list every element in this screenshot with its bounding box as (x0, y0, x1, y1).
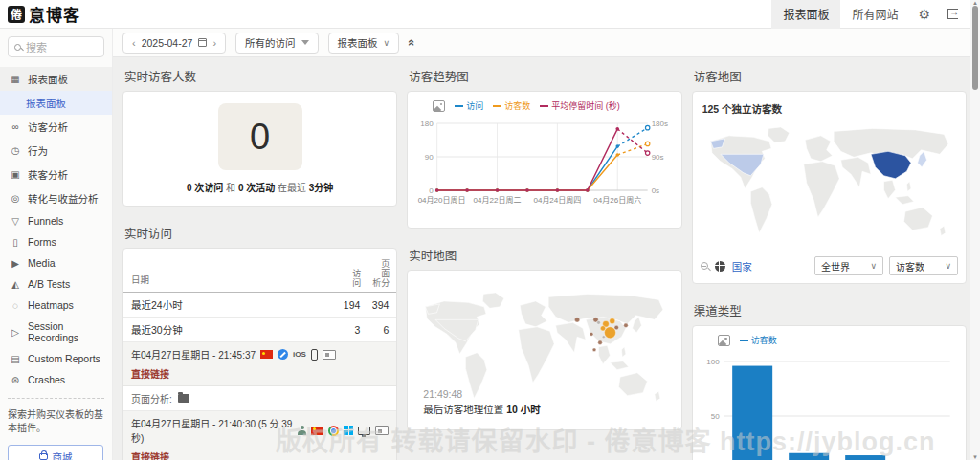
data-point[interactable] (496, 188, 500, 192)
country-newzealand[interactable] (940, 226, 946, 235)
bar[interactable] (732, 366, 772, 460)
country-greenland[interactable] (768, 127, 789, 142)
sidebar-item-goals[interactable]: ◎转化与收益分析 (0, 186, 112, 210)
sidebar-item-heatmaps[interactable]: ◌Heatmaps (0, 295, 112, 316)
visit-referrer[interactable]: 直接链接 (131, 449, 389, 460)
country-seasia[interactable] (883, 180, 895, 198)
date-next-icon[interactable]: › (212, 37, 216, 49)
data-point[interactable] (616, 127, 620, 131)
country-africa[interactable] (803, 162, 838, 217)
logout-button[interactable] (939, 0, 967, 29)
globe-icon[interactable] (715, 261, 725, 272)
summary-row[interactable]: 最近24小时194394 (123, 293, 396, 318)
data-point-forecast[interactable] (646, 125, 650, 129)
channel-chart-svg[interactable]: 050100直接链接网站 (699, 348, 960, 460)
folder-icon[interactable] (178, 394, 189, 403)
visitor-map-svg[interactable] (701, 118, 958, 250)
country-australia[interactable] (619, 373, 648, 396)
visit-referrer[interactable]: 直接链接 (131, 366, 389, 381)
region-select[interactable]: 全世界 ∨ (814, 256, 883, 275)
visitor-location-dot[interactable] (624, 323, 628, 327)
dashboard-selector[interactable]: 报表面板 ∨ (328, 33, 400, 54)
sidebar-item-dashboard-board[interactable]: 报表面板 (0, 91, 112, 115)
bar[interactable] (789, 453, 829, 460)
col-date[interactable]: 日期 (131, 273, 331, 288)
country-china[interactable] (871, 151, 911, 178)
top-nav-dashboard[interactable]: 报表面板 (771, 0, 840, 29)
bar[interactable] (845, 455, 885, 460)
country-greenland[interactable] (483, 293, 504, 308)
data-point[interactable] (525, 188, 529, 192)
summary-row[interactable]: 最近30分钟36 (123, 318, 396, 342)
shop-button[interactable]: 商城 (8, 445, 103, 460)
country-newzealand[interactable] (655, 391, 660, 401)
country-africa[interactable] (519, 327, 554, 383)
app-logo[interactable]: 倦 意博客 (0, 2, 80, 26)
country-seasia[interactable] (599, 345, 611, 363)
sidebar-item-media[interactable]: ▶Media (0, 252, 112, 274)
legend-item[interactable]: 访客数 (740, 334, 777, 346)
settings-button[interactable]: ⚙ (909, 0, 939, 29)
visitor-location-dot[interactable] (603, 336, 606, 339)
visit-row[interactable]: 年04月27日星期日 - 21:40:30 (5 分 39 秒)直接链接 (123, 411, 396, 460)
date-range-selector[interactable]: ‹ 2025-04-27 › (122, 33, 226, 54)
visitor-location-dot[interactable] (590, 332, 593, 336)
col-pages[interactable]: 页面分析 (360, 254, 389, 288)
legend-item[interactable]: 访客数 (493, 99, 530, 112)
scroll-down-icon[interactable]: ▼ (972, 454, 978, 460)
country-link[interactable]: 国家 (732, 259, 752, 274)
sidebar-item-visitors[interactable]: ∞访客分析 (0, 115, 112, 139)
sidebar-item-behaviour[interactable]: ◷行为 (0, 139, 112, 163)
data-point[interactable] (435, 188, 439, 192)
data-point[interactable] (616, 153, 620, 157)
trend-chart-svg[interactable]: 00s9090s180180s04月20日周日04月22日周二04月24日周四0… (413, 114, 675, 221)
sidebar-item-funnels[interactable]: ▽Funnels (0, 210, 112, 231)
country-philippines[interactable] (622, 347, 626, 357)
zoom-out-icon[interactable] (701, 262, 708, 270)
scrollbar-thumb[interactable] (972, 6, 978, 90)
country-southamerica[interactable] (750, 187, 771, 233)
sidebar-item-custom-reports[interactable]: ▤Custom Reports (0, 348, 112, 369)
scrollbar-track[interactable]: ▲ ▼ (970, 0, 980, 460)
country-japan[interactable] (633, 317, 642, 332)
country-middleeast[interactable] (556, 322, 586, 352)
legend-item[interactable]: 平均停留时间 (秒) (540, 99, 620, 112)
country-philippines[interactable] (906, 182, 910, 191)
data-point[interactable] (466, 188, 470, 192)
country-indonesia[interactable] (611, 361, 629, 370)
visitor-location-dot[interactable] (592, 348, 596, 352)
data-point-forecast[interactable] (646, 142, 650, 145)
sidebar-item-session-recordings[interactable]: ▷Session Recordings (0, 316, 112, 348)
country-australia[interactable] (903, 208, 932, 230)
sidebar-item-forms[interactable]: ▯Forms (0, 231, 112, 252)
country-japan[interactable] (917, 151, 926, 166)
metric-select[interactable]: 访客数 ∨ (889, 256, 958, 275)
search-input[interactable]: 搜索 (8, 36, 104, 57)
legend-item[interactable]: 访问 (455, 99, 483, 112)
visitor-location-dot[interactable] (575, 318, 580, 322)
country-europe[interactable] (521, 301, 547, 327)
data-point-forecast[interactable] (646, 151, 650, 155)
data-point[interactable] (616, 144, 620, 148)
visitor-location-dot[interactable] (597, 320, 601, 324)
series-line[interactable] (437, 129, 618, 190)
data-point[interactable] (586, 188, 590, 192)
top-nav-all-websites[interactable]: 所有网站 (840, 0, 909, 29)
data-point[interactable] (556, 188, 560, 192)
country-indonesia[interactable] (895, 196, 913, 205)
visit-row[interactable]: 年04月27日星期日 - 21:45:37iOS直接链接 (123, 342, 396, 386)
collapse-all-icon[interactable]: « (405, 39, 419, 46)
visitor-location-dot[interactable] (605, 327, 616, 339)
sidebar-item-ab-tests[interactable]: ◭A/B Tests (0, 274, 112, 295)
date-prev-icon[interactable]: ‹ (132, 37, 136, 49)
country-europe[interactable] (805, 136, 832, 162)
visitor-location-dot[interactable] (598, 340, 602, 344)
sidebar-item-crashes[interactable]: ⊛Crashes (0, 369, 112, 390)
visitor-location-dot[interactable] (601, 326, 606, 331)
segment-selector[interactable]: 所有的访问 (235, 33, 319, 54)
col-visits[interactable]: 访问 (331, 269, 360, 288)
export-image-icon[interactable] (718, 335, 730, 346)
export-image-icon[interactable] (433, 100, 445, 112)
country-middleeast[interactable] (840, 157, 870, 186)
realtime-map-widget[interactable]: 21:49:48 最后访客地理位置 10 小时 (407, 270, 681, 430)
